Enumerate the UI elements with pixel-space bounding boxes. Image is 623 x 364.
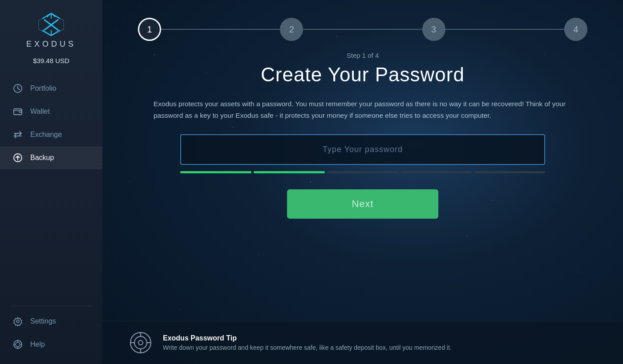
page-title-area: Step 1 of 4 Create Your Password — [261, 52, 465, 86]
password-input[interactable] — [180, 134, 545, 165]
strength-segment-5 — [474, 171, 545, 173]
sidebar-item-settings[interactable]: Settings — [0, 310, 102, 333]
exchange-icon — [12, 129, 23, 140]
step-4: 4 — [564, 18, 587, 41]
step-3: 3 — [422, 18, 445, 41]
page-description: Exodus protects your assets with a passw… — [154, 98, 572, 122]
sidebar-item-label-backup: Backup — [30, 154, 54, 162]
page-title: Create Your Password — [261, 64, 465, 86]
exodus-logo-icon — [38, 12, 65, 37]
svg-rect-16 — [14, 109, 22, 115]
step-indicator: Step 1 of 4 — [261, 52, 465, 59]
step-1: 1 — [138, 18, 161, 41]
svg-point-25 — [16, 342, 20, 347]
sidebar-item-portfolio[interactable]: Portfolio — [0, 77, 102, 100]
strength-segment-2 — [254, 171, 325, 173]
svg-point-23 — [16, 320, 19, 323]
sidebar-item-wallet[interactable]: Wallet — [0, 100, 102, 123]
stepper-steps: 1 2 3 4 — [138, 18, 587, 41]
stepper: 1 2 3 4 — [138, 18, 587, 41]
sidebar-item-help[interactable]: Help — [0, 333, 102, 356]
app-logo-text: EXODUS — [26, 40, 76, 49]
clock-icon — [12, 83, 23, 94]
step-2: 2 — [280, 18, 303, 41]
wallet-icon — [12, 106, 23, 117]
sidebar-item-label-wallet: Wallet — [30, 108, 50, 116]
nav-items: Portfolio Wallet — [0, 77, 102, 364]
help-icon — [12, 339, 23, 350]
strength-bar — [180, 171, 545, 173]
backup-icon — [12, 152, 23, 163]
password-container — [180, 134, 545, 165]
portfolio-balance: $39.48 USD — [33, 57, 69, 64]
strength-segment-4 — [400, 171, 472, 173]
sidebar: EXODUS $39.48 USD Portfolio — [0, 0, 102, 364]
strength-segment-1 — [180, 171, 251, 173]
main-content-area: 1 2 3 4 Step 1 of 4 Create Your Password… — [102, 0, 623, 364]
sidebar-item-label-exchange: Exchange — [30, 131, 62, 139]
sidebar-item-exchange[interactable]: Exchange — [0, 123, 102, 146]
sidebar-item-label-help: Help — [30, 340, 45, 348]
logo-area: EXODUS — [26, 12, 76, 49]
settings-icon — [12, 316, 23, 327]
sidebar-item-label-settings: Settings — [30, 317, 56, 325]
main-inner: 1 2 3 4 Step 1 of 4 Create Your Password… — [102, 0, 623, 364]
svg-line-15 — [18, 88, 20, 90]
sidebar-item-label-portfolio: Portfolio — [30, 84, 57, 92]
strength-segment-3 — [327, 171, 398, 173]
nav-divider — [10, 306, 92, 306]
next-button[interactable]: Next — [287, 189, 438, 219]
sidebar-item-backup[interactable]: Backup — [0, 146, 102, 169]
